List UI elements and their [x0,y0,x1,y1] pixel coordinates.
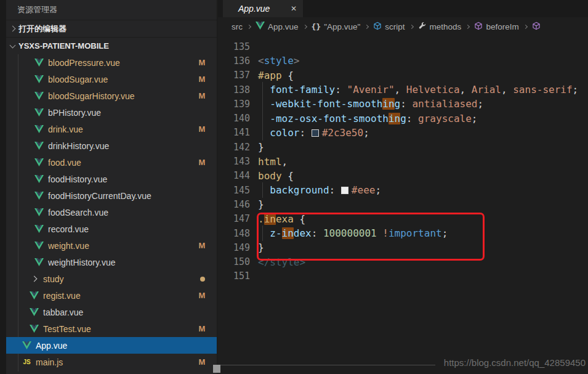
code-token: antialiased [412,98,477,110]
breadcrumb-item[interactable] [532,22,541,32]
watermark-line [220,365,435,365]
breadcrumb-label: methods [430,22,462,31]
code-token: { [282,170,294,182]
code-text: font-family: "Avenir", Helvetica, Arial,… [258,84,578,96]
code-line[interactable]: 138 font-family: "Avenir", Helvetica, Ar… [218,83,588,97]
file-row[interactable]: foodHistoryCurrentDay.vue [6,187,217,204]
code-token: } [258,141,264,153]
code-token: : [312,227,323,239]
code-line[interactable]: 143html, [218,154,588,168]
code-token: -moz-osx-font-smooth [258,113,389,124]
indent-guide [262,82,263,97]
section-label: 打开的编辑器 [18,23,66,35]
breadcrumb-separator-icon [465,24,470,28]
modified-badge: M [197,324,207,333]
color-swatch[interactable] [312,129,319,137]
breadcrumb-item[interactable]: {}"App.vue" [312,22,361,31]
code-token: #app [258,70,282,81]
vue-icon [30,291,39,300]
breadcrumb-item[interactable]: src [232,22,243,31]
file-row[interactable]: regist.vueM [6,287,217,304]
code-line[interactable]: 145 background: #eee; [218,183,588,197]
tab-app-vue[interactable]: App.vue ✕ [223,0,303,17]
vue-icon [34,192,44,200]
code-token: </style> [258,256,305,268]
code-line[interactable]: 136<style> [218,54,588,68]
file-row[interactable]: tabbar.vue [6,304,217,320]
code-token: sans-serif [513,84,572,96]
vue-icon [256,22,265,31]
breadcrumb-item[interactable]: methods [418,22,462,32]
file-row[interactable]: bloodPressure.vueM [6,54,217,71]
code-line[interactable]: 148 z-index: 100000001 !important; [218,226,588,240]
code-text: <style> [258,55,299,67]
breadcrumb-item[interactable]: script [373,22,405,32]
code-token: ; [442,227,448,239]
code-text: z-index: 100000001 !important; [258,227,448,239]
code-token: html [258,156,282,168]
symbol-cube-icon [474,22,483,32]
line-number: 136 [218,55,250,67]
code-line[interactable]: 141 color: #2c3e50; [218,126,588,140]
code-line[interactable]: 146} [218,197,588,211]
file-name: bloodPressure.vue [48,58,120,68]
code-line[interactable]: 149} [218,240,588,254]
breadcrumb-separator-icon [409,24,414,28]
line-number: 149 [218,242,250,253]
close-icon[interactable]: ✕ [291,4,297,13]
code-token: { [282,70,294,81]
section-project-root[interactable]: YSXS-PATIENT-MOBILE [6,37,217,54]
code-line[interactable]: 144body { [218,169,588,183]
scrollbar-thumb[interactable] [213,365,220,373]
breadcrumb-item[interactable]: beforeIm [474,22,518,32]
code-line[interactable]: 150</style> [218,254,588,269]
file-tree: bloodPressure.vueMbloodSugar.vueMbloodSu… [6,54,217,374]
code-line[interactable]: 135 [218,39,588,54]
vue-icon [34,142,44,150]
file-name: study [43,274,63,284]
line-number: 139 [218,99,250,110]
file-row[interactable]: bPHistory.vue [6,104,217,121]
file-row[interactable]: JSmain.jsM [6,354,217,370]
code-token: , [460,84,472,96]
code-token: , [501,84,513,96]
code-token: grayscale [418,113,472,124]
code-text: #app { [258,70,294,81]
code-token: z- [258,227,282,239]
explorer-sidebar: 资源管理器 打开的编辑器 YSXS-PATIENT-MOBILE bloodPr… [6,0,217,374]
file-row[interactable]: drinkHistory.vue [6,137,217,154]
code-area[interactable]: 135136<style>137#app {138 font-family: "… [218,36,588,283]
code-token: ; [375,184,381,196]
code-line[interactable]: 140 -moz-osx-font-smoothing: grayscale; [218,111,588,125]
code-token: } [258,198,264,210]
line-number: 138 [218,84,250,96]
code-text: } [258,242,264,253]
file-row[interactable]: study [6,270,217,287]
code-line[interactable]: 139 -webkit-font-smoothing: antialiased; [218,97,588,111]
file-row[interactable]: foodSearch.vue [6,204,217,221]
file-row[interactable]: food.vueM [6,154,217,171]
file-row[interactable]: weightHistory.vue [6,254,217,270]
symbol-cube-icon [373,22,382,32]
file-name: App.vue [36,341,67,351]
vue-icon [34,258,44,267]
code-token: 100000001 [323,227,377,239]
code-line[interactable]: 137#app { [218,68,588,83]
code-line[interactable]: 142} [218,140,588,154]
file-row[interactable]: bloodSugar.vueM [6,71,217,87]
file-row[interactable]: bloodSugarHistory.vueM [6,87,217,104]
modified-badge: M [197,357,207,367]
code-line[interactable]: 147.inexa { [218,212,588,226]
file-row[interactable]: drink.vueM [6,121,217,137]
breadcrumb-item[interactable]: App.vue [256,22,299,31]
color-swatch[interactable] [341,187,348,194]
section-open-editors[interactable]: 打开的编辑器 [6,20,217,37]
code-line[interactable]: 151 [218,269,588,283]
file-row[interactable]: App.vue [6,337,217,354]
symbol-cube-icon [532,22,541,32]
file-row[interactable]: TestTest.vueM [6,320,217,337]
file-row[interactable]: weight.vueM [6,237,217,254]
file-row[interactable]: record.vue [6,221,217,237]
file-row[interactable]: foodHistory.vue [6,171,217,187]
code-token: exa [276,213,294,225]
